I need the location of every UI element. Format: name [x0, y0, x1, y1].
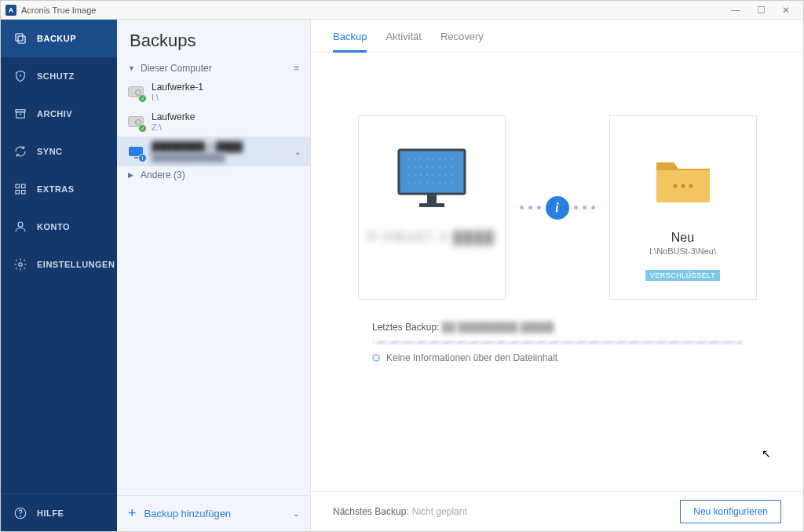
- svg-point-24: [420, 166, 422, 168]
- add-backup-label: Backup hinzufügen: [144, 508, 232, 519]
- sidebar-item-label: EXTRAS: [37, 184, 75, 194]
- sidebar-item-help[interactable]: HILFE: [1, 494, 117, 531]
- app-icon: A: [5, 5, 16, 16]
- sidebar-item-label: SCHUTZ: [37, 71, 75, 81]
- plus-icon: +: [128, 505, 137, 522]
- footer: Nächstes Backup: Nicht geplant Neu konfi…: [311, 491, 803, 531]
- tabs: Backup Aktivität Recovery: [311, 20, 803, 53]
- svg-rect-6: [16, 191, 20, 195]
- svg-rect-0: [16, 34, 23, 41]
- backup-title: ████████-3 ████: [152, 141, 294, 152]
- svg-point-40: [420, 182, 422, 184]
- svg-point-14: [407, 159, 409, 160]
- encrypted-badge: VERSCHLÜSSELT: [645, 270, 720, 281]
- chevron-right-icon: ▶: [128, 171, 137, 179]
- svg-point-23: [414, 166, 415, 168]
- maximize-button[interactable]: ☐: [748, 5, 773, 16]
- svg-point-36: [445, 174, 447, 176]
- sidebar-help-label: HILFE: [37, 508, 64, 518]
- backup-item-laufwerke[interactable]: ✓ Laufwerke Z:\: [117, 107, 310, 137]
- app-title: Acronis True Image: [21, 5, 96, 15]
- sidebar-item-extras[interactable]: EXTRAS: [1, 170, 117, 208]
- sidebar-item-protection[interactable]: SCHUTZ: [1, 57, 117, 95]
- svg-point-39: [414, 182, 415, 184]
- info-ring-icon: [372, 354, 380, 362]
- svg-rect-46: [427, 194, 437, 203]
- info-text: Keine Informationen über den Dateiinhalt: [386, 352, 557, 363]
- sidebar-item-label: SYNC: [37, 147, 63, 156]
- next-backup-value: Nicht geplant: [412, 506, 467, 517]
- last-backup-status: Letztes Backup: ██ █████████ █████: [333, 322, 781, 333]
- disk-icon: ✓: [126, 112, 145, 131]
- configure-button[interactable]: Neu konfigurieren: [680, 500, 781, 523]
- chevron-down-icon[interactable]: ⌄: [294, 148, 301, 156]
- close-button[interactable]: ✕: [773, 5, 799, 16]
- info-line: Keine Informationen über den Dateiinhalt: [372, 352, 742, 363]
- backup-list-column: Backups ▼ Dieser Computer ≡ ✓ Laufwerke-…: [117, 20, 311, 531]
- svg-point-15: [414, 159, 415, 160]
- tab-activity[interactable]: Aktivität: [386, 31, 422, 52]
- tab-recovery[interactable]: Recovery: [440, 31, 484, 52]
- last-backup-label: Letztes Backup:: [372, 322, 439, 333]
- progress-bar: [372, 341, 742, 344]
- sidebar-item-label: BACKUP: [37, 34, 76, 43]
- svg-point-29: [451, 166, 453, 168]
- svg-point-38: [407, 182, 409, 184]
- sidebar-item-label: ARCHIV: [37, 109, 72, 118]
- svg-point-32: [420, 174, 422, 176]
- sidebar-item-label: KONTO: [37, 222, 70, 231]
- svg-point-8: [18, 222, 23, 227]
- svg-point-35: [439, 174, 440, 176]
- destination-path: I:\NoBUSt-3\Neu\: [649, 246, 716, 256]
- group-other-label: Andere (3): [141, 169, 185, 180]
- list-header: Backups: [117, 20, 310, 59]
- svg-point-17: [426, 159, 428, 160]
- sidebar-item-backup[interactable]: BACKUP: [1, 20, 117, 57]
- sidebar-item-account[interactable]: KONTO: [1, 208, 117, 246]
- group-label: Dieser Computer: [141, 63, 212, 74]
- info-icon[interactable]: i: [546, 196, 569, 220]
- svg-point-20: [445, 159, 447, 160]
- backup-path: I:\: [152, 93, 301, 102]
- next-backup-label: Nächstes Backup:: [333, 506, 409, 517]
- backup-title: Laufwerke-1: [152, 82, 301, 93]
- svg-rect-7: [22, 191, 26, 195]
- backup-item-selected[interactable]: i ████████-3 ████ ████████████ ⌄: [117, 137, 310, 166]
- connector: i: [520, 196, 595, 220]
- grid-icon: [12, 180, 29, 198]
- group-this-computer[interactable]: ▼ Dieser Computer ≡: [117, 59, 310, 77]
- sidebar-item-settings[interactable]: EINSTELLUNGEN: [1, 246, 117, 283]
- backup-path: Z:\: [152, 122, 301, 132]
- help-icon: [12, 505, 29, 522]
- minimize-button[interactable]: —: [723, 5, 748, 16]
- svg-rect-4: [16, 184, 20, 188]
- svg-point-50: [689, 184, 693, 188]
- add-backup-button[interactable]: + Backup hinzufügen ⌄: [117, 495, 310, 531]
- monitor-icon: [393, 140, 471, 218]
- svg-point-45: [451, 182, 453, 184]
- disk-icon: ✓: [126, 82, 145, 101]
- list-menu-icon[interactable]: ≡: [293, 62, 299, 74]
- svg-point-34: [433, 174, 434, 176]
- chevron-down-icon[interactable]: ⌄: [293, 509, 299, 518]
- sidebar-item-sync[interactable]: SYNC: [1, 133, 117, 170]
- backup-item-laufwerke-1[interactable]: ✓ Laufwerke-1 I:\: [117, 77, 310, 107]
- main-panel: Backup Aktivität Recovery P-OBUST-3 ████…: [311, 20, 803, 531]
- svg-point-26: [433, 166, 434, 168]
- sidebar: BACKUP SCHUTZ ARCHIV SYNC EXTRAS KONTO: [1, 20, 117, 531]
- destination-card[interactable]: Neu I:\NoBUSt-3\Neu\ VERSCHLÜSSELT: [609, 115, 757, 300]
- info-badge-icon: i: [138, 154, 147, 162]
- ok-badge-icon: ✓: [138, 94, 147, 103]
- svg-point-49: [681, 184, 685, 188]
- svg-point-27: [439, 166, 440, 168]
- chevron-down-icon: ▼: [128, 64, 137, 72]
- svg-point-30: [407, 174, 409, 176]
- source-card[interactable]: P-OBUST-3 ████: [358, 115, 506, 300]
- svg-point-22: [407, 166, 409, 168]
- monitor-icon: i: [126, 142, 145, 161]
- tab-backup[interactable]: Backup: [333, 31, 367, 53]
- group-other[interactable]: ▶ Andere (3): [117, 166, 310, 184]
- svg-point-9: [19, 263, 23, 267]
- svg-rect-47: [419, 203, 444, 207]
- sidebar-item-archive[interactable]: ARCHIV: [1, 95, 117, 133]
